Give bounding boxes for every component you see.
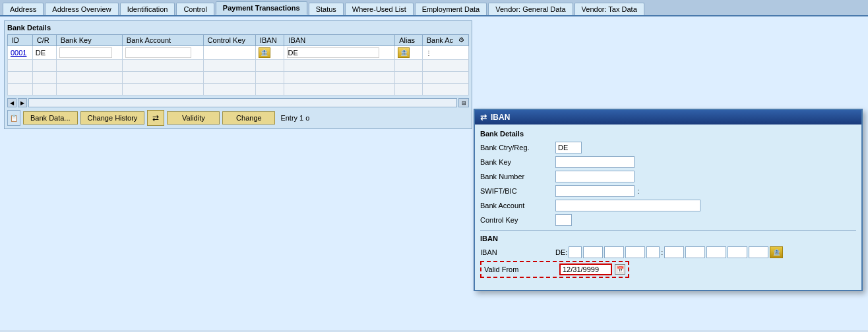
- control-key-label: Control Key: [480, 216, 553, 224]
- bank-ac-scroll[interactable]: ⋮: [425, 49, 432, 57]
- cell-iban: [284, 46, 395, 60]
- bank-details-title: Bank Details: [7, 24, 469, 32]
- iban-title-icon: ⇄: [480, 113, 487, 122]
- swift-bic-input[interactable]: [555, 185, 635, 197]
- bank-key-input[interactable]: [59, 47, 112, 58]
- scroll-right-btn[interactable]: ▶: [18, 98, 27, 107]
- validity-button[interactable]: Validity: [167, 111, 220, 124]
- valid-from-label: Valid From: [484, 265, 557, 273]
- swift-colon: :: [637, 187, 639, 195]
- table-row-empty-2: [8, 72, 469, 84]
- col-alias: Alias: [395, 35, 422, 46]
- modal-bank-details-section: Bank Details Bank Ctry/Reg. Bank Key Ban…: [480, 130, 856, 226]
- iban-box-2[interactable]: [583, 246, 603, 258]
- tab-vendor-tax-data[interactable]: Vendor: Tax Data: [574, 3, 644, 15]
- col-iban-flag: IBAN: [255, 35, 284, 46]
- bank-key-label: Bank Key: [480, 158, 553, 166]
- bank-number-input[interactable]: [555, 171, 635, 182]
- iban-box-10[interactable]: [749, 246, 768, 258]
- cell-iban-icon[interactable]: 🏦: [255, 46, 284, 60]
- bank-details-table: ID C/R Bank Key Bank Account Control Key…: [7, 34, 469, 96]
- iban-field-label: IBAN: [480, 248, 553, 256]
- iban-box-5[interactable]: [646, 246, 660, 258]
- scroll-left-btn[interactable]: ◀: [7, 98, 16, 107]
- modal-body: Bank Details Bank Ctry/Reg. Bank Key Ban…: [475, 124, 861, 290]
- iban-box-6[interactable]: [664, 246, 684, 258]
- table-row-empty-3: [8, 84, 469, 96]
- modal-iban-section-title: IBAN: [480, 235, 856, 242]
- transfer-icon[interactable]: ⇄: [147, 110, 164, 126]
- iban-prefix: DE:: [555, 248, 567, 256]
- iban-box-3[interactable]: [604, 246, 624, 258]
- tab-address-overview[interactable]: Address Overview: [45, 3, 118, 15]
- swift-bic-row: SWIFT/BIC :: [480, 185, 856, 197]
- cell-bank-key: [56, 46, 122, 60]
- modal-bank-account-label: Bank Account: [480, 202, 553, 209]
- tab-employment-data[interactable]: Employment Data: [415, 3, 487, 15]
- cell-control-key: [203, 46, 255, 60]
- valid-from-input[interactable]: [559, 263, 612, 275]
- bottom-toolbar: 📋 Bank Data... Change History ⇄ Validity…: [7, 110, 469, 126]
- valid-from-row: Valid From 📅: [480, 261, 629, 278]
- bank-data-button[interactable]: Bank Data...: [23, 111, 78, 124]
- bank-ctry-row: Bank Ctry/Reg.: [480, 142, 856, 153]
- control-key-input[interactable]: [555, 214, 572, 226]
- bank-account-row: Bank Account: [480, 200, 856, 211]
- col-id: ID: [8, 35, 33, 46]
- tab-address[interactable]: Address: [3, 3, 44, 15]
- iban-boxes: DE: : 🏦: [555, 246, 783, 258]
- iban-box-4[interactable]: [625, 246, 645, 258]
- tab-status[interactable]: Status: [309, 3, 344, 15]
- section-separator: [480, 230, 856, 231]
- iban-box-7[interactable]: [685, 246, 705, 258]
- change-history-button[interactable]: Change History: [80, 111, 145, 124]
- bank-ctry-label: Bank Ctry/Reg.: [480, 144, 553, 152]
- iban-generate-icon[interactable]: 🏦: [770, 246, 783, 258]
- swift-bic-label: SWIFT/BIC: [480, 187, 553, 195]
- modal-bank-key-input[interactable]: [555, 156, 635, 168]
- bank-number-row: Bank Number: [480, 171, 856, 182]
- modal-iban-section: IBAN IBAN DE: :: [480, 235, 856, 281]
- modal-titlebar: ⇄ IBAN: [475, 110, 861, 124]
- col-bank-ac: Bank Ac ⚙: [422, 35, 468, 46]
- change-button[interactable]: Change: [222, 111, 275, 124]
- alias-icon[interactable]: 🏦: [398, 47, 410, 58]
- table-row-empty-1: [8, 60, 469, 72]
- horizontal-scrollbar[interactable]: [28, 98, 457, 107]
- cell-cr: DE: [32, 46, 56, 60]
- main-content: Bank Details ID C/R Bank Key Bank Accoun…: [0, 16, 868, 330]
- col-iban: IBAN: [284, 35, 395, 46]
- bank-details-panel: Bank Details ID C/R Bank Key Bank Accoun…: [4, 20, 472, 129]
- tab-payment-transactions[interactable]: Payment Transactions: [216, 1, 307, 15]
- modal-title: IBAN: [491, 113, 510, 122]
- col-cr: C/R: [32, 35, 56, 46]
- modal-bank-account-input[interactable]: [555, 200, 700, 211]
- bank-account-input[interactable]: [125, 47, 191, 58]
- col-control-key: Control Key: [203, 35, 255, 46]
- tab-where-used-list[interactable]: Where-Used List: [345, 3, 414, 15]
- iban-box-9[interactable]: [728, 246, 747, 258]
- entry-text: Entry 1 o: [280, 114, 309, 122]
- iban-flag-icon[interactable]: 🏦: [259, 47, 270, 58]
- cell-alias: 🏦: [395, 46, 422, 60]
- iban-value-input[interactable]: [287, 47, 379, 58]
- iban-box-1[interactable]: [569, 246, 582, 258]
- iban-modal: ⇄ IBAN Bank Details Bank Ctry/Reg. Bank …: [474, 109, 863, 291]
- tab-identification[interactable]: Identification: [120, 3, 175, 15]
- tabs-bar: Address Address Overview Identification …: [0, 0, 868, 16]
- cell-bank-ac: ⋮: [422, 46, 468, 60]
- sort-icon: ⊞: [458, 98, 469, 107]
- col-bank-key: Bank Key: [56, 35, 122, 46]
- bank-key-row: Bank Key: [480, 156, 856, 168]
- scrollbar-row: ◀ ▶ ⊞: [7, 98, 469, 107]
- bank-number-label: Bank Number: [480, 173, 553, 180]
- bank-ctry-input[interactable]: [555, 142, 582, 153]
- control-key-row: Control Key: [480, 214, 856, 226]
- bank-data-icon[interactable]: 📋: [7, 110, 20, 126]
- cell-bank-account: [122, 46, 203, 60]
- iban-box-8[interactable]: [706, 246, 726, 258]
- calendar-icon[interactable]: 📅: [615, 264, 625, 275]
- tab-vendor-general-data[interactable]: Vendor: General Data: [488, 3, 573, 15]
- tab-control[interactable]: Control: [176, 3, 214, 15]
- table-row: 0001 DE 🏦 🏦 ⋮: [8, 46, 469, 60]
